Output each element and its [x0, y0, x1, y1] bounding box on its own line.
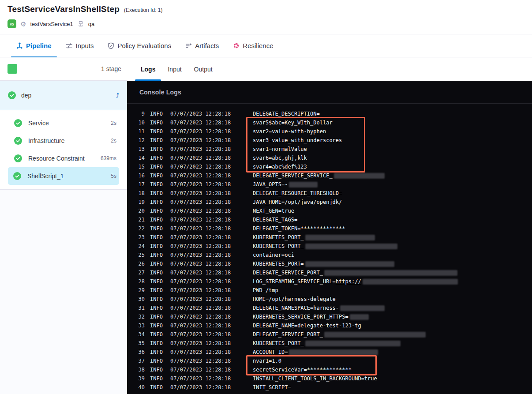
environment-name[interactable]: qa	[88, 21, 94, 27]
redacted-value	[340, 305, 385, 311]
log-message-text: INIT_SCRIPT=	[253, 384, 291, 390]
stage-group-label: dep	[21, 92, 111, 99]
log-level: INFO	[150, 181, 163, 188]
tab-policy-evaluations[interactable]: Policy Evaluations	[102, 34, 176, 57]
log-message: HOME=/opt/harness-delegate	[253, 296, 336, 302]
page-title: TestServiceVarsInShellStep	[7, 4, 120, 14]
log-message-text: secretServiceVar=**************	[253, 367, 352, 373]
log-timestamp: 07/07/2023 12:28:18	[170, 287, 232, 293]
redacted-value	[324, 270, 457, 276]
log-message: DELEGATE_TAGS=	[253, 217, 297, 223]
log-line: 37INFO07/07/2023 12:28:18nvar1=1.0	[127, 356, 532, 365]
log-line: 39INFO07/07/2023 12:28:18INSTALL_CLIENT_…	[127, 374, 532, 383]
log-level: INFO	[150, 287, 163, 293]
log-level: INFO	[150, 217, 163, 223]
log-line: 25INFO07/07/2023 12:28:18container=oci	[127, 251, 532, 259]
log-line: 29INFO07/07/2023 12:28:18PWD=/tmp	[127, 286, 532, 295]
execution-id: (Execution Id: 1)	[124, 7, 162, 13]
step-label: Infrastructure	[28, 137, 105, 144]
sidebar-item-resource-constraint[interactable]: Resource Constraint639ms	[1, 150, 126, 167]
console: Console Logs 9INFO07/07/2023 12:28:18DEL…	[127, 81, 532, 394]
log-timestamp: 07/07/2023 12:28:18	[170, 270, 232, 276]
log-message: svar2=value-with-hyphen	[253, 128, 326, 135]
redacted-value	[324, 332, 426, 338]
log-tab-logs[interactable]: Logs	[139, 57, 157, 81]
tab-inputs[interactable]: Inputs	[60, 34, 99, 57]
stage-count: 1 stage	[101, 65, 121, 72]
log-message-text: DELEGATE_RESOURCE_THRESHOLD=	[253, 190, 342, 196]
log-message: DELEGATE_SERVICE_PORT_	[253, 331, 426, 338]
chevron-up-icon[interactable]: ⤴	[116, 92, 120, 99]
log-line: 32INFO07/07/2023 12:28:18KUBERNETES_SERV…	[127, 312, 532, 321]
log-level: INFO	[150, 252, 163, 258]
log-timestamp: 07/07/2023 12:28:18	[170, 340, 232, 346]
stage-group-dep[interactable]: dep ⤴	[0, 81, 127, 110]
log-message-text: KUBERNETES_PORT_	[253, 243, 304, 249]
log-level: INFO	[150, 331, 163, 338]
tab-artifacts[interactable]: Artifacts	[180, 34, 224, 57]
log-line-number: 26	[127, 261, 145, 267]
log-message-text: ACCOUNT_ID=	[253, 349, 288, 355]
log-line: 40INFO07/07/2023 12:28:18INIT_SCRIPT=	[127, 383, 532, 392]
log-line-number: 27	[127, 270, 145, 276]
redacted-value	[350, 314, 369, 320]
redacted-value	[289, 349, 378, 355]
log-message: KUBERNETES_PORT=	[253, 261, 394, 267]
log-message-text: svar4=abc%def%123	[253, 164, 307, 170]
console-title: Console Logs	[139, 89, 181, 96]
step-list: Service2sInfrastructure2sResource Constr…	[0, 110, 127, 190]
log-line-number: 13	[127, 146, 145, 152]
tab-pipeline[interactable]: Pipeline	[11, 34, 57, 57]
step-label: Resource Constraint	[28, 155, 94, 162]
log-line-number: 23	[127, 234, 145, 240]
log-level: INFO	[150, 384, 163, 390]
log-line-number: 31	[127, 305, 145, 311]
redacted-value	[305, 341, 401, 346]
log-timestamp: 07/07/2023 12:28:18	[170, 128, 232, 135]
sidebar-item-shellscript-1[interactable]: ShellScript_15s	[8, 167, 119, 185]
log-timestamp: 07/07/2023 12:28:18	[170, 358, 232, 364]
service-name[interactable]: testVarsService1	[30, 21, 73, 27]
log-level: INFO	[150, 120, 163, 126]
log-link[interactable]: https://	[336, 278, 361, 285]
log-level: INFO	[150, 111, 163, 117]
check-circle-icon	[8, 91, 16, 99]
log-timestamp: 07/07/2023 12:28:18	[170, 173, 232, 179]
log-line-number: 11	[127, 128, 145, 135]
log-level: INFO	[150, 278, 163, 285]
gear-icon: ⚙	[20, 21, 26, 27]
environment-icon	[77, 20, 84, 27]
log-message: nvar1=1.0	[253, 358, 281, 364]
log-line-number: 16	[127, 173, 145, 179]
log-level: INFO	[150, 270, 163, 276]
log-tab-input[interactable]: Input	[166, 57, 183, 81]
console-log-lines[interactable]: 9INFO07/07/2023 12:28:18DELEGATE_DESCRIP…	[127, 109, 532, 392]
log-message: KUBERNETES_PORT_	[253, 340, 401, 346]
resilience-icon	[233, 42, 240, 49]
log-timestamp: 07/07/2023 12:28:18	[170, 146, 232, 152]
log-line: 13INFO07/07/2023 12:28:18svar1=normalVal…	[127, 145, 532, 154]
sidebar-item-infrastructure[interactable]: Infrastructure2s	[1, 132, 126, 150]
log-message-text: PWD=/tmp	[253, 287, 278, 293]
tab-resilience[interactable]: Resilience	[228, 34, 278, 57]
log-line: 34INFO07/07/2023 12:28:18DELEGATE_SERVIC…	[127, 330, 532, 339]
log-message: secretServiceVar=**************	[253, 367, 352, 373]
log-tab-label: Output	[194, 66, 213, 73]
log-line: 18INFO07/07/2023 12:28:18DELEGATE_RESOUR…	[127, 189, 532, 198]
log-line: 27INFO07/07/2023 12:28:18DELEGATE_SERVIC…	[127, 268, 532, 277]
log-level: INFO	[150, 305, 163, 311]
log-tab-output[interactable]: Output	[193, 57, 214, 81]
sidebar-item-service[interactable]: Service2s	[1, 114, 126, 132]
log-line: 11INFO07/07/2023 12:28:18svar2=value-wit…	[127, 127, 532, 136]
log-timestamp: 07/07/2023 12:28:18	[170, 243, 232, 249]
log-timestamp: 07/07/2023 12:28:18	[170, 323, 232, 329]
log-tab-label: Logs	[141, 66, 155, 73]
log-level: INFO	[150, 155, 163, 161]
step-label: Service	[28, 120, 105, 127]
log-message-text: DELEGATE_DESCRIPTION=	[253, 111, 320, 117]
log-line-number: 33	[127, 323, 145, 329]
log-timestamp: 07/07/2023 12:28:18	[170, 155, 232, 161]
log-line-number: 9	[127, 111, 145, 117]
log-message-text: KUBERNETES_SERVICE_PORT_HTTPS=	[253, 314, 348, 320]
log-line: 24INFO07/07/2023 12:28:18KUBERNETES_PORT…	[127, 242, 532, 251]
